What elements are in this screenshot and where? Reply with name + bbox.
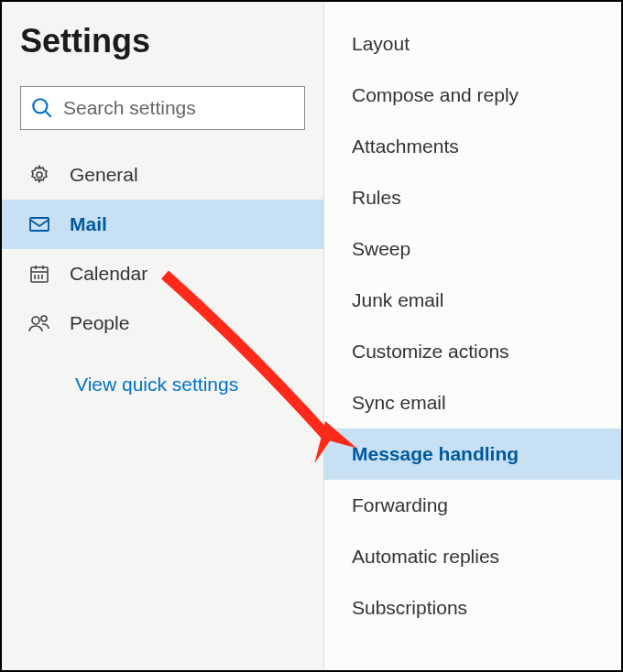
search-box[interactable] — [20, 86, 305, 130]
sub-item-sync-email[interactable]: Sync email — [324, 377, 621, 428]
sidebar-item-label: Calendar — [70, 263, 148, 285]
svg-rect-4 — [31, 267, 48, 282]
search-wrapper — [2, 70, 323, 143]
svg-point-11 — [32, 317, 39, 324]
mail-settings-subpanel: Layout Compose and reply Attachments Rul… — [324, 2, 621, 670]
sidebar-item-calendar[interactable]: Calendar — [2, 249, 323, 298]
svg-point-2 — [37, 172, 42, 178]
sub-item-junk-email[interactable]: Junk email — [324, 275, 621, 326]
sidebar-item-people[interactable]: People — [2, 298, 323, 348]
sub-item-forwarding[interactable]: Forwarding — [324, 480, 621, 531]
sub-item-sweep[interactable]: Sweep — [324, 223, 621, 275]
gear-icon — [27, 163, 51, 187]
sidebar-item-label: People — [70, 312, 129, 334]
sidebar-item-mail[interactable]: Mail — [2, 200, 323, 249]
sub-item-subscriptions[interactable]: Subscriptions — [324, 582, 621, 634]
sub-item-rules[interactable]: Rules — [324, 172, 621, 223]
settings-panel: Settings General — [0, 0, 623, 672]
sub-item-customize-actions[interactable]: Customize actions — [324, 326, 621, 377]
search-input[interactable] — [54, 97, 295, 119]
left-sidebar: Settings General — [2, 2, 324, 670]
svg-line-1 — [45, 111, 51, 117]
search-icon — [30, 96, 54, 120]
page-title: Settings — [2, 2, 323, 70]
sub-item-attachments[interactable]: Attachments — [324, 121, 621, 172]
sidebar-item-label: Mail — [70, 213, 107, 235]
view-quick-settings-link[interactable]: View quick settings — [2, 348, 323, 396]
sub-item-compose-and-reply[interactable]: Compose and reply — [324, 70, 621, 121]
svg-point-12 — [41, 316, 47, 321]
sub-item-message-handling[interactable]: Message handling — [324, 428, 621, 480]
sidebar-nav: General Mail — [2, 150, 323, 348]
svg-point-0 — [33, 99, 47, 113]
sidebar-item-label: General — [70, 164, 138, 186]
sidebar-item-general[interactable]: General — [2, 150, 323, 200]
svg-rect-3 — [30, 218, 49, 231]
people-icon — [27, 311, 51, 335]
calendar-icon — [27, 262, 51, 286]
sub-item-automatic-replies[interactable]: Automatic replies — [324, 531, 621, 582]
mail-icon — [27, 212, 51, 236]
sub-item-layout[interactable]: Layout — [324, 18, 621, 70]
